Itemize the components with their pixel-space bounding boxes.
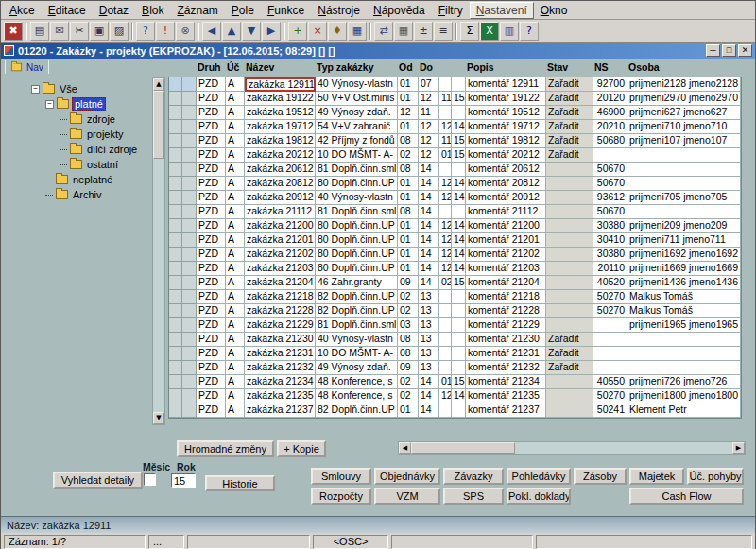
cell-ns[interactable] (593, 148, 627, 163)
cell-od-rok[interactable]: 11 (419, 106, 439, 120)
list-values-icon[interactable]: ≡ (434, 22, 453, 41)
cell-od-rok[interactable]: 14 (419, 163, 439, 177)
cell-do-rok[interactable] (452, 318, 466, 333)
tree-item-vse[interactable]: −Vše (29, 81, 154, 96)
cell-uc[interactable]: A (226, 148, 245, 163)
cell-druh[interactable]: PZD (197, 219, 226, 233)
menu-napoveda[interactable]: Nápověda (367, 2, 432, 19)
menu-okno[interactable]: Okno (534, 2, 575, 19)
cell-druh[interactable]: PZD (197, 163, 226, 177)
cell-od-mesic[interactable]: 01 (398, 403, 419, 418)
history-button[interactable]: Historie (205, 475, 275, 491)
cell-popis[interactable]: komentář 21200 (466, 219, 546, 233)
cell-ns[interactable] (593, 347, 627, 361)
module-button-sps[interactable]: SPS (443, 488, 504, 505)
cell-do-rok[interactable] (452, 361, 466, 375)
cell-typ-zakazky[interactable]: 54 V+V zahranič (316, 120, 398, 134)
cell-osoba[interactable] (627, 361, 741, 375)
table-row[interactable]: PZDAzakázka 2122981 Doplň.činn.sml0313ko… (169, 318, 741, 333)
cell-stav[interactable]: Zařadit (546, 361, 593, 375)
cell-ns[interactable]: 46900 (593, 106, 627, 120)
cell-druh[interactable]: PZD (197, 290, 226, 304)
scroll-up-icon[interactable]: ▲ (153, 78, 164, 91)
cell-popis[interactable]: komentář 12911 (466, 77, 546, 92)
table-row[interactable]: PZDAzakázka 2091240 Výnosy-vlastn0114121… (169, 191, 741, 205)
cell-do-mesic[interactable] (439, 290, 452, 304)
chart-icon[interactable]: ▥ (500, 22, 519, 41)
cell-od-mesic[interactable]: 02 (398, 290, 419, 304)
cell-osoba[interactable] (627, 148, 741, 163)
cell-od-rok[interactable]: 13 (419, 318, 439, 333)
cell-typ-zakazky[interactable]: 80 Doplň.činn.UP (316, 262, 398, 276)
cell-do-rok[interactable]: 15 (452, 375, 466, 389)
cell-osoba[interactable]: prijmeni1800 jmeno1800 (627, 389, 741, 403)
cell-typ-zakazky[interactable]: 50 V+V Ost.minis (316, 92, 398, 106)
menu-nastroje[interactable]: Nástroje (311, 2, 367, 19)
cell-nazev[interactable]: zakázka 20212 (245, 148, 316, 163)
table-row[interactable]: PZDAzakázka 2061281 Doplň.činn.sml0814ko… (169, 163, 741, 177)
cell-do-rok[interactable] (452, 106, 466, 120)
cell-do-mesic[interactable]: 12 (439, 248, 452, 262)
bulk-changes-button[interactable]: Hromadné změny (177, 440, 274, 457)
cell-stav[interactable] (546, 389, 593, 403)
tree-item-projekty[interactable]: projekty (29, 127, 154, 142)
cell-druh[interactable]: PZD (197, 347, 226, 361)
cell-druh[interactable]: PZD (197, 318, 226, 333)
menu-blok[interactable]: Blok (135, 2, 170, 19)
cell-typ-zakazky[interactable]: 81 Doplň.činn.sml (316, 205, 398, 219)
cell-ns[interactable]: 50270 (593, 290, 627, 304)
cell-ns[interactable] (593, 361, 627, 375)
menu-filtry[interactable]: Filtry (432, 2, 470, 19)
cell-nazev[interactable]: zakázka 20812 (245, 177, 316, 191)
cell-do-mesic[interactable] (439, 304, 452, 318)
cell-druh[interactable]: PZD (197, 375, 226, 389)
table-row[interactable]: PZDAzakázka 2123782 Doplň.činn.UP0114kom… (169, 403, 741, 418)
cell-stav[interactable] (546, 276, 593, 290)
table-row[interactable]: PZDAzakázka 1912250 V+V Ost.minis0112111… (169, 92, 741, 106)
paste-icon[interactable]: ▨ (110, 22, 129, 41)
tree-item-archiv[interactable]: Archiv (29, 187, 154, 202)
cell-typ-zakazky[interactable]: 48 Konference, s (316, 375, 398, 389)
horizontal-scrollbar[interactable]: ◀ ▶ (398, 441, 746, 455)
cell-osoba[interactable]: prijmeni1965 jmeno1965 (627, 318, 741, 333)
cell-do-mesic[interactable] (439, 347, 452, 361)
cell-od-rok[interactable]: 14 (419, 389, 439, 403)
cell-nazev[interactable]: zakázka 21237 (245, 403, 316, 418)
module-button-vzm[interactable]: VZM (374, 488, 440, 505)
cell-stav[interactable]: Zařadit (546, 106, 593, 120)
excel-icon[interactable]: X (480, 22, 499, 41)
cell-druh[interactable]: PZD (197, 177, 226, 191)
cell-do-mesic[interactable]: 12 (439, 389, 452, 403)
cell-ns[interactable]: 50270 (593, 304, 627, 318)
cell-do-mesic[interactable] (439, 333, 452, 347)
cell-druh[interactable]: PZD (197, 333, 226, 347)
cell-stav[interactable] (546, 248, 593, 262)
cell-popis[interactable]: komentář 20212 (466, 148, 546, 163)
cell-od-rok[interactable]: 14 (419, 191, 439, 205)
cell-uc[interactable]: A (226, 276, 245, 290)
cell-nazev[interactable]: zakázka 21232 (245, 361, 316, 375)
cell-od-rok[interactable]: 13 (419, 361, 439, 375)
cell-do-mesic[interactable] (439, 205, 452, 219)
sum-icon[interactable]: Σ (460, 22, 479, 41)
cell-popis[interactable]: komentář 19512 (466, 106, 546, 120)
prev-record-icon[interactable]: ▲ (222, 22, 241, 41)
cell-od-mesic[interactable]: 09 (398, 276, 419, 290)
cell-stav[interactable] (546, 163, 593, 177)
cell-typ-zakazky[interactable]: 80 Doplň.činn.UP (316, 233, 398, 248)
cell-popis[interactable]: komentář 21232 (466, 361, 546, 375)
cell-do-rok[interactable] (452, 403, 466, 418)
table-row[interactable]: PZDAzakázka 2122882 Doplň.činn.UP0213kom… (169, 304, 741, 318)
cell-druh[interactable]: PZD (197, 361, 226, 375)
help-icon[interactable]: ? (520, 22, 539, 41)
cell-osoba[interactable]: prijmeni705 jmeno705 (627, 191, 741, 205)
cell-stav[interactable] (546, 318, 593, 333)
cell-uc[interactable]: A (226, 92, 245, 106)
cell-stav[interactable]: Zařadit (546, 120, 593, 134)
cell-popis[interactable]: komentář 21218 (466, 290, 546, 304)
cell-od-rok[interactable]: 13 (419, 333, 439, 347)
close-button[interactable]: ✕ (738, 44, 752, 57)
cell-popis[interactable]: komentář 21202 (466, 248, 546, 262)
cell-do-mesic[interactable]: 12 (439, 233, 452, 248)
cell-od-rok[interactable]: 14 (419, 205, 439, 219)
